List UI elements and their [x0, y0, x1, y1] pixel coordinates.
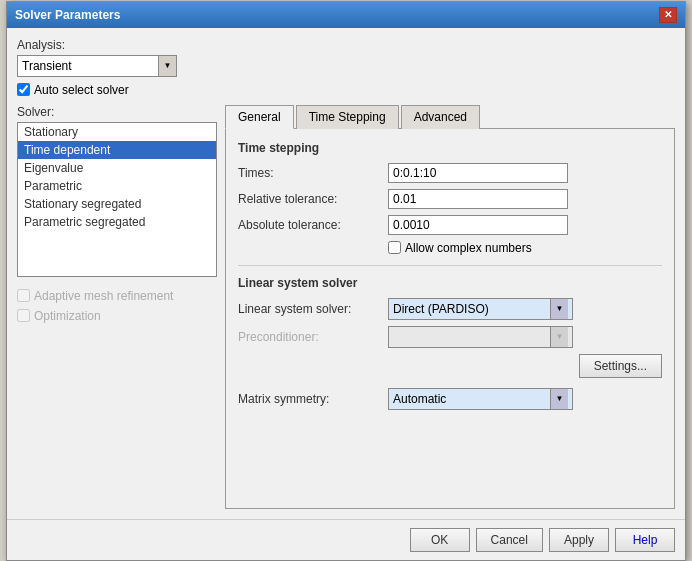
analysis-combo-arrow[interactable]: ▼ [158, 56, 176, 76]
ok-button[interactable]: OK [410, 528, 470, 552]
solver-item-parametric[interactable]: Parametric [18, 177, 216, 195]
linear-system-combo[interactable]: Direct (PARDISO) ▼ [388, 298, 573, 320]
solver-item-time-dependent[interactable]: Time dependent [18, 141, 216, 159]
solver-label: Solver: [17, 105, 217, 119]
settings-button[interactable]: Settings... [579, 354, 662, 378]
title-bar-buttons: ✕ [659, 7, 677, 23]
linear-system-row: Linear system solver: Direct (PARDISO) ▼ [238, 298, 662, 320]
relative-tolerance-input[interactable] [388, 189, 568, 209]
absolute-tolerance-label: Absolute tolerance: [238, 218, 388, 232]
matrix-symmetry-value: Automatic [393, 392, 446, 406]
optimization-checkbox[interactable] [17, 309, 30, 322]
times-label: Times: [238, 166, 388, 180]
tab-time-stepping[interactable]: Time Stepping [296, 105, 399, 129]
window-title: Solver Parameters [15, 8, 120, 22]
solver-list-container: Stationary Time dependent Eigenvalue Par… [17, 122, 217, 277]
right-panel: General Time Stepping Advanced Time step… [225, 105, 675, 509]
apply-button[interactable]: Apply [549, 528, 609, 552]
absolute-tolerance-row: Absolute tolerance: [238, 215, 662, 235]
settings-btn-row: Settings... [238, 354, 662, 378]
auto-select-checkbox[interactable] [17, 83, 30, 96]
preconditioner-label: Preconditioner: [238, 330, 388, 344]
analysis-combo[interactable]: Transient ▼ [17, 55, 177, 77]
linear-system-header: Linear system solver [238, 276, 662, 290]
solver-parameters-dialog: Solver Parameters ✕ Analysis: Transient … [6, 1, 686, 561]
matrix-symmetry-arrow[interactable]: ▼ [550, 389, 568, 409]
auto-select-row: Auto select solver [17, 83, 675, 97]
analysis-row: Transient ▼ [17, 55, 675, 77]
matrix-symmetry-combo[interactable]: Automatic ▼ [388, 388, 573, 410]
matrix-symmetry-label: Matrix symmetry: [238, 392, 388, 406]
linear-system-arrow[interactable]: ▼ [550, 299, 568, 319]
allow-complex-row: Allow complex numbers [238, 241, 662, 255]
solver-item-eigenvalue[interactable]: Eigenvalue [18, 159, 216, 177]
tab-content-general: Time stepping Times: Relative tolerance:… [225, 129, 675, 509]
linear-system-value: Direct (PARDISO) [393, 302, 489, 316]
tab-general[interactable]: General [225, 105, 294, 129]
adaptive-mesh-label: Adaptive mesh refinement [34, 289, 173, 303]
adaptive-mesh-checkbox[interactable] [17, 289, 30, 302]
divider-1 [238, 265, 662, 266]
auto-select-label: Auto select solver [34, 83, 129, 97]
tabs: General Time Stepping Advanced [225, 105, 675, 129]
main-content: Solver: Stationary Time dependent Eigenv… [17, 105, 675, 509]
title-bar: Solver Parameters ✕ [7, 2, 685, 28]
preconditioner-combo[interactable]: ▼ [388, 326, 573, 348]
bottom-bar: OK Cancel Apply Help [7, 519, 685, 560]
optimization-label: Optimization [34, 309, 101, 323]
solver-item-parametric-segregated[interactable]: Parametric segregated [18, 213, 216, 231]
absolute-tolerance-input[interactable] [388, 215, 568, 235]
allow-complex-label: Allow complex numbers [405, 241, 532, 255]
window-body: Analysis: Transient ▼ Auto select solver… [7, 28, 685, 519]
adaptive-mesh-row: Adaptive mesh refinement [17, 289, 217, 303]
tab-advanced[interactable]: Advanced [401, 105, 480, 129]
relative-tolerance-row: Relative tolerance: [238, 189, 662, 209]
linear-system-label: Linear system solver: [238, 302, 388, 316]
times-row: Times: [238, 163, 662, 183]
analysis-value: Transient [18, 59, 158, 73]
solver-item-stationary[interactable]: Stationary [18, 123, 216, 141]
preconditioner-row: Preconditioner: ▼ [238, 326, 662, 348]
relative-tolerance-label: Relative tolerance: [238, 192, 388, 206]
left-panel: Solver: Stationary Time dependent Eigenv… [17, 105, 217, 509]
cancel-button[interactable]: Cancel [476, 528, 543, 552]
time-stepping-header: Time stepping [238, 141, 662, 155]
close-button[interactable]: ✕ [659, 7, 677, 23]
solver-item-stationary-segregated[interactable]: Stationary segregated [18, 195, 216, 213]
left-bottom: Adaptive mesh refinement Optimization [17, 285, 217, 323]
optimization-row: Optimization [17, 309, 217, 323]
help-button[interactable]: Help [615, 528, 675, 552]
times-input[interactable] [388, 163, 568, 183]
preconditioner-arrow[interactable]: ▼ [550, 327, 568, 347]
allow-complex-checkbox[interactable] [388, 241, 401, 254]
solver-list[interactable]: Stationary Time dependent Eigenvalue Par… [18, 123, 216, 276]
matrix-symmetry-row: Matrix symmetry: Automatic ▼ [238, 388, 662, 410]
analysis-label: Analysis: [17, 38, 675, 52]
